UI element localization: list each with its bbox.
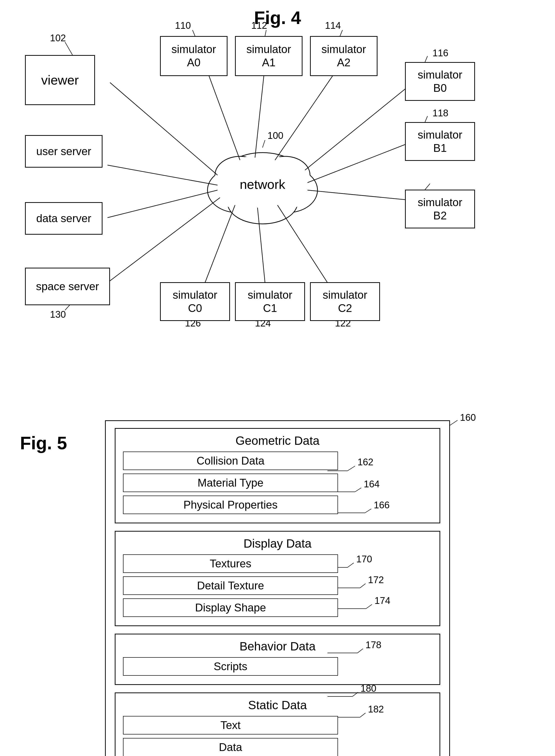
svg-line-21 [65, 42, 73, 55]
collision-data-row: Collision Data [123, 451, 432, 470]
svg-point-3 [227, 182, 298, 224]
svg-line-17 [307, 190, 410, 200]
svg-line-35 [425, 184, 430, 190]
geometric-data-title: Geometric Data [123, 434, 432, 447]
physical-properties-box: Physical Properties [123, 495, 338, 514]
svg-line-16 [307, 143, 410, 183]
svg-text:network: network [240, 177, 286, 192]
sim-a0-node: simulator A0 [160, 36, 227, 76]
svg-text:110: 110 [175, 20, 191, 31]
svg-text:130: 130 [50, 309, 66, 320]
fig5-title: Fig. 5 [20, 433, 67, 453]
detail-texture-box: Detail Texture [123, 576, 338, 595]
detail-texture-row: Detail Texture [123, 576, 432, 595]
data-row: Data [123, 738, 432, 756]
textures-box: Textures [123, 554, 338, 573]
display-shape-box: Display Shape [123, 598, 338, 617]
textures-row: Textures [123, 554, 432, 573]
space-server-node: space server [25, 268, 110, 305]
material-type-box: Material Type [123, 474, 338, 492]
svg-point-4 [215, 156, 265, 194]
static-data-section: Static Data Text Data [115, 692, 440, 756]
svg-line-31 [425, 56, 427, 62]
sim-b2-node: simulator B2 [405, 190, 475, 228]
material-type-row: Material Type [123, 474, 432, 492]
svg-text:100: 100 [267, 130, 283, 141]
svg-text:116: 116 [432, 48, 448, 58]
behavior-data-section: Behavior Data Scripts [115, 634, 440, 685]
svg-point-0 [220, 153, 305, 208]
fig4-title: Fig. 4 [254, 7, 301, 28]
svg-text:160: 160 [460, 413, 476, 423]
svg-line-20 [278, 205, 328, 283]
static-data-title: Static Data [123, 698, 432, 712]
svg-line-49 [450, 420, 458, 425]
svg-text:102: 102 [50, 33, 66, 43]
svg-line-33 [425, 116, 427, 122]
viewer-node: viewer [25, 55, 95, 105]
sim-b0-node: simulator B0 [405, 62, 475, 101]
svg-line-8 [110, 83, 217, 175]
svg-line-11 [108, 198, 220, 283]
scripts-row: Scripts [123, 657, 432, 676]
sim-b1-node: simulator B1 [405, 122, 475, 161]
fig5-diagram: Fig. 5 160 162 164 166 170 172 174 178 [0, 413, 555, 756]
fig5-outer-box: Geometric Data Collision Data Material T… [105, 420, 450, 756]
display-shape-row: Display Shape [123, 598, 432, 617]
svg-line-14 [275, 65, 340, 160]
display-data-section: Display Data Textures Detail Texture Dis… [115, 531, 440, 626]
svg-line-15 [305, 85, 410, 170]
svg-line-23 [262, 140, 265, 148]
sim-a2-node: simulator A2 [310, 36, 378, 76]
geometric-data-section: Geometric Data Collision Data Material T… [115, 428, 440, 523]
fig4-diagram: Fig. 4 network [0, 0, 555, 400]
svg-line-13 [255, 65, 265, 158]
display-data-title: Display Data [123, 536, 432, 550]
scripts-box: Scripts [123, 657, 338, 676]
text-row: Text [123, 716, 432, 734]
svg-point-1 [208, 168, 267, 213]
behavior-data-title: Behavior Data [123, 639, 432, 653]
text-box: Text [123, 716, 338, 734]
svg-point-6 [213, 155, 312, 215]
sim-c2-node: simulator C2 [310, 282, 380, 321]
user-server-node: user server [25, 135, 102, 168]
svg-line-27 [265, 30, 266, 36]
svg-line-25 [193, 30, 195, 36]
sim-c1-node: simulator C1 [235, 282, 305, 321]
data-box: Data [123, 738, 338, 756]
svg-line-12 [205, 65, 240, 160]
svg-line-10 [108, 190, 217, 217]
sim-a1-node: simulator A1 [235, 36, 302, 76]
collision-data-box: Collision Data [123, 451, 338, 470]
svg-line-19 [257, 208, 265, 283]
svg-line-9 [108, 165, 217, 185]
svg-line-29 [340, 30, 342, 36]
sim-c0-node: simulator C0 [160, 282, 230, 321]
svg-point-2 [257, 168, 317, 213]
svg-text:118: 118 [432, 108, 448, 118]
physical-properties-row: Physical Properties [123, 495, 432, 514]
svg-line-43 [65, 305, 70, 310]
svg-text:114: 114 [325, 20, 341, 31]
svg-point-5 [260, 156, 310, 194]
svg-line-18 [205, 205, 235, 283]
data-server-node: data server [25, 202, 102, 235]
